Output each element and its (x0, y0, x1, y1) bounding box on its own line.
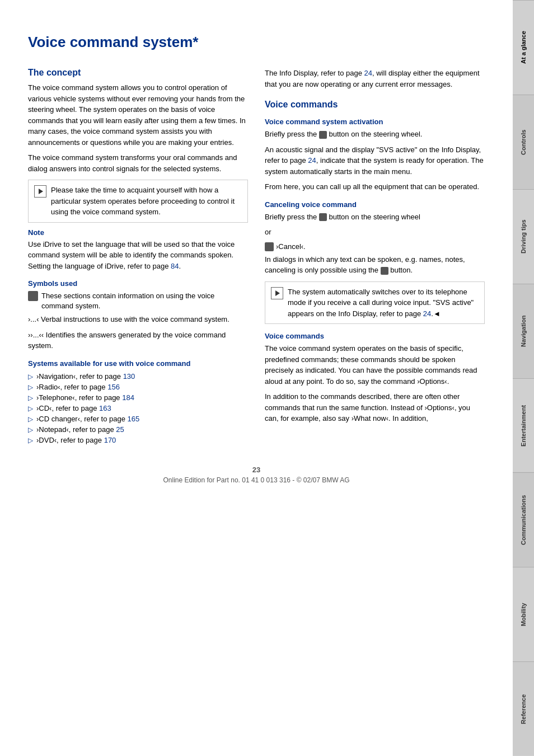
activation-heading: Voice command system activation (265, 118, 485, 126)
info-display-para: The Info Display, refer to page 24, will… (265, 68, 485, 90)
list-item-text: ›CD‹, refer to page 163 (36, 404, 111, 412)
concept-heading: The concept (28, 68, 248, 78)
mic-icon-1 (28, 291, 38, 301)
note-box-concept: Please take the time to acquaint yoursel… (28, 180, 248, 223)
symbol-row-1: These sections contain information on us… (28, 291, 248, 311)
list-item-text: ›Notepad‹, refer to page 25 (36, 425, 124, 434)
activation-section: Voice command system activation Briefly … (265, 118, 485, 192)
play-icon-2 (271, 287, 283, 299)
systems-heading: Systems available for use with voice com… (28, 359, 248, 368)
note-label: Note (28, 228, 248, 237)
canceling-heading: Canceling voice command (265, 200, 485, 209)
sidebar-tab-driving-tips[interactable]: Driving tips (513, 189, 534, 284)
footer-text: Online Edition for Part no. 01 41 0 013 … (163, 476, 349, 484)
symbols-label: Symbols used (28, 279, 248, 288)
voice-commands2-section: Voice commands The voice command system … (265, 332, 485, 424)
list-arrow: ▷ (28, 436, 33, 444)
note-para: Use iDrive to set the language that will… (28, 239, 248, 272)
list-item: ▷ ›CD‹, refer to page 163 (28, 404, 248, 412)
list-item: ▷ ›DVD‹, refer to page 170 (28, 436, 248, 444)
play-icon-1 (34, 185, 46, 198)
button-icon-3 (381, 267, 388, 275)
note-box2-text: The system automatically switches over t… (288, 287, 479, 320)
sidebar-tab-mobility[interactable]: Mobility (513, 567, 534, 661)
page-footer: 23 Online Edition for Part no. 01 41 0 0… (28, 466, 485, 484)
sidebar-tab-controls[interactable]: Controls (513, 95, 534, 189)
cancel-text: ›Cancel‹. (276, 242, 306, 251)
concept-para2: The voice command system transforms your… (28, 152, 248, 174)
canceling-para2: In dialogs in which any text can be spok… (265, 254, 485, 276)
sidebar-tab-navigation[interactable]: Navigation (513, 284, 534, 378)
list-item-text: ›Navigation‹, refer to page 130 (36, 372, 135, 381)
button-icon-1 (319, 131, 327, 139)
symbols-section: Symbols used These sections contain info… (28, 279, 248, 351)
activation-para1: Briefly press the button on the steering… (265, 129, 485, 140)
note-box-text: Please take the time to acquaint yoursel… (51, 185, 242, 218)
canceling-para1: Briefly press the button on the steering… (265, 212, 485, 223)
note-section: Note Use iDrive to set the language that… (28, 228, 248, 272)
list-item: ▷ ›Notepad‹, refer to page 25 (28, 425, 248, 434)
list-item: ▷ ›CD changer‹, refer to page 165 (28, 415, 248, 423)
list-arrow: ▷ (28, 394, 33, 402)
list-arrow: ▷ (28, 383, 33, 391)
voice-commands2-para1: The voice command system operates on the… (265, 343, 485, 387)
sidebar-tab-communications[interactable]: Communications (513, 472, 534, 567)
list-arrow: ▷ (28, 405, 33, 412)
list-arrow: ▷ (28, 415, 33, 423)
concept-para1: The voice command system allows you to c… (28, 82, 248, 148)
page-title: Voice command system* (28, 22, 485, 51)
list-item-text: ›CD changer‹, refer to page 165 (36, 415, 139, 423)
sidebar-tab-entertainment[interactable]: Entertainment (513, 378, 534, 473)
list-item-text: ›DVD‹, refer to page 170 (36, 436, 116, 444)
note-box-2: The system automatically switches over t… (265, 281, 485, 325)
voice-commands2-heading: Voice commands (265, 332, 485, 340)
symbol3-text: ››...‹‹ Identifies the answers generated… (28, 330, 248, 351)
list-arrow: ▷ (28, 373, 33, 381)
symbol1-text: These sections contain information on us… (41, 291, 248, 311)
button-icon-2 (319, 213, 327, 221)
symbol2-text: ›...‹ Verbal instructions to use with th… (28, 314, 248, 325)
list-item-text: ›Telephone‹, refer to page 184 (36, 393, 134, 402)
list-item: ▷ ›Radio‹, refer to page 156 (28, 383, 248, 391)
sidebar: At a glance Controls Driving tips Naviga… (513, 0, 534, 756)
voice-commands-heading: Voice commands (265, 100, 485, 110)
list-arrow: ▷ (28, 426, 33, 434)
canceling-section: Canceling voice command Briefly press th… (265, 200, 485, 276)
note-page-ref[interactable]: 84 (171, 262, 179, 270)
mic-icon-cancel (265, 242, 274, 251)
canceling-or: or (265, 227, 485, 238)
page-number: 23 (28, 466, 485, 474)
voice-commands2-para2: In addition to the commands described, t… (265, 391, 485, 424)
systems-list: ▷ ›Navigation‹, refer to page 130 ▷ ›Rad… (28, 372, 248, 444)
activation-para3: From here, you can call up all the equip… (265, 181, 485, 192)
systems-section: Systems available for use with voice com… (28, 359, 248, 444)
sidebar-tab-reference[interactable]: Reference (513, 661, 534, 756)
sidebar-tab-at-a-glance[interactable]: At a glance (513, 0, 534, 95)
list-item: ▷ ›Navigation‹, refer to page 130 (28, 372, 248, 381)
list-item: ▷ ›Telephone‹, refer to page 184 (28, 393, 248, 402)
cancel-row: ›Cancel‹. (265, 242, 485, 251)
activation-para2: An acoustic signal and the display "SVS … (265, 144, 485, 177)
list-item-text: ›Radio‹, refer to page 156 (36, 383, 120, 391)
